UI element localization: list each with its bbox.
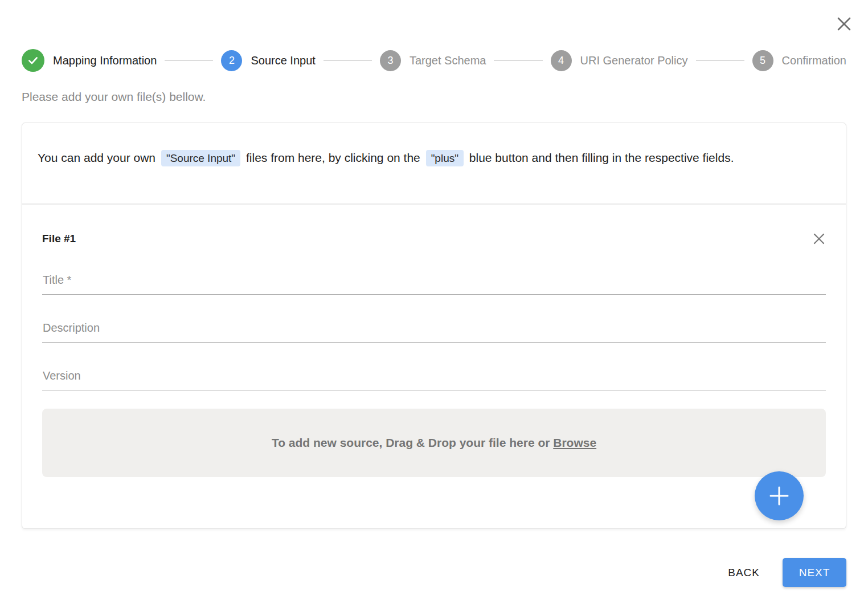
step-label: Target Schema bbox=[410, 54, 486, 67]
step-uri-generator-policy[interactable]: 4 URI Generator Policy bbox=[551, 50, 688, 71]
step-label: URI Generator Policy bbox=[580, 54, 688, 67]
back-button[interactable]: BACK bbox=[724, 561, 763, 585]
step-connector bbox=[696, 60, 744, 61]
close-icon bbox=[812, 232, 826, 246]
info-section: You can add your own "Source Input" file… bbox=[22, 123, 846, 203]
browse-link[interactable]: Browse bbox=[553, 436, 596, 449]
step-label: Source Input bbox=[251, 54, 315, 67]
info-text-part2: files from here, by clicking on the bbox=[246, 151, 420, 164]
step-connector bbox=[165, 60, 213, 61]
info-text: You can add your own "Source Input" file… bbox=[38, 147, 777, 169]
info-text-part3: blue button and then filling in the resp… bbox=[469, 151, 734, 164]
dropzone-text: To add new source, Drag & Drop your file… bbox=[272, 436, 596, 450]
description-input[interactable] bbox=[42, 318, 826, 343]
version-input[interactable] bbox=[42, 366, 826, 390]
dialog-subtitle: Please add your own file(s) bellow. bbox=[22, 90, 846, 104]
source-input-card: You can add your own "Source Input" file… bbox=[22, 123, 846, 529]
info-text-part1: You can add your own bbox=[38, 151, 155, 164]
file-title: File #1 bbox=[42, 233, 76, 245]
step-connector bbox=[494, 60, 542, 61]
step-number-badge: 5 bbox=[752, 50, 773, 71]
description-field-wrapper bbox=[42, 318, 826, 343]
step-number-badge: 4 bbox=[551, 50, 572, 71]
dialog-footer: BACK NEXT bbox=[22, 558, 846, 587]
step-source-input[interactable]: 2 Source Input bbox=[221, 50, 315, 71]
file-header: File #1 bbox=[42, 231, 826, 247]
step-mapping-information[interactable]: Mapping Information bbox=[22, 49, 157, 72]
file-section: File #1 To add new source, Drag & Drop bbox=[22, 205, 846, 528]
source-input-chip: "Source Input" bbox=[161, 150, 240, 166]
title-field-wrapper bbox=[42, 270, 826, 295]
dialog-close-button[interactable] bbox=[835, 15, 853, 33]
plus-chip: "plus" bbox=[426, 150, 464, 166]
remove-file-button[interactable] bbox=[811, 231, 827, 247]
version-field-wrapper bbox=[42, 366, 826, 390]
step-label: Mapping Information bbox=[53, 54, 157, 67]
step-completed-check-icon bbox=[22, 49, 44, 72]
close-icon bbox=[836, 16, 852, 32]
step-number-badge: 3 bbox=[380, 50, 401, 71]
add-source-input-dialog: Mapping Information 2 Source Input 3 Tar… bbox=[0, 0, 868, 603]
step-target-schema[interactable]: 3 Target Schema bbox=[380, 50, 486, 71]
title-input[interactable] bbox=[42, 270, 826, 295]
wizard-stepper: Mapping Information 2 Source Input 3 Tar… bbox=[22, 0, 846, 72]
step-confirmation[interactable]: 5 Confirmation bbox=[752, 50, 846, 71]
next-button[interactable]: NEXT bbox=[783, 558, 846, 587]
step-number-badge: 2 bbox=[221, 50, 242, 71]
step-label: Confirmation bbox=[782, 54, 846, 67]
plus-icon bbox=[769, 486, 789, 506]
add-file-fab-button[interactable] bbox=[755, 471, 804, 520]
file-dropzone[interactable]: To add new source, Drag & Drop your file… bbox=[42, 409, 826, 477]
step-connector bbox=[324, 60, 372, 61]
dropzone-text-main: To add new source, Drag & Drop your file… bbox=[272, 436, 550, 449]
